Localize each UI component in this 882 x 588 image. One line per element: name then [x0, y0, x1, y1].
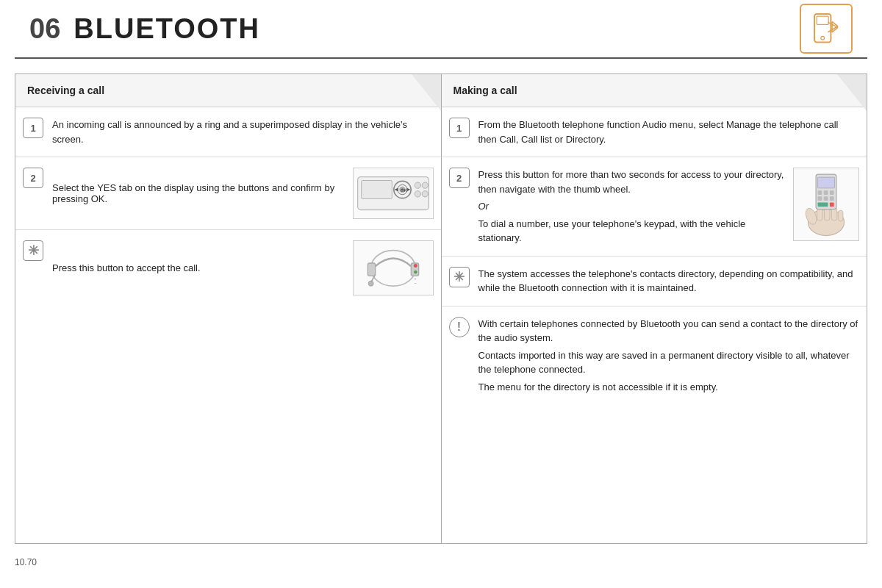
step2-right-text: Press this button for more than two seco…: [478, 168, 788, 245]
step2-left-text: Select the YES tab on the display using …: [52, 182, 347, 204]
chapter-title: BLUETOOTH: [74, 13, 260, 45]
step-star-inner: Press this button to accept the call.: [52, 240, 434, 295]
svg-rect-42: [824, 196, 828, 201]
svg-point-27: [414, 270, 417, 273]
step-badge-star: ✳: [23, 240, 43, 261]
headset-image-box: + −: [353, 240, 434, 295]
svg-point-17: [415, 182, 420, 188]
right-step-1: 1 From the Bluetooth telephone function …: [442, 107, 867, 157]
svg-rect-44: [818, 203, 828, 207]
page-header: 06 BLUETOOTH: [15, 0, 867, 59]
svg-point-21: [370, 251, 415, 287]
svg-point-20: [422, 191, 428, 197]
radio-image-box: OK: [353, 168, 434, 219]
right-step-exclaim-text: With certain telephones connected by Blu…: [478, 317, 860, 395]
svg-rect-37: [818, 177, 835, 188]
svg-rect-1: [817, 16, 828, 24]
svg-rect-35: [838, 210, 843, 221]
svg-rect-41: [818, 196, 822, 201]
right-section-header: Making a call: [442, 74, 867, 107]
page-footer: 10.70: [0, 551, 882, 573]
left-section-header: Receiving a call: [15, 74, 441, 107]
right-panel: Making a call 1 From the Bluetooth telep…: [442, 74, 867, 543]
step2-inner: Select the YES tab on the display using …: [52, 168, 434, 219]
svg-rect-45: [830, 203, 834, 207]
left-panel: Receiving a call 1 An incoming call is a…: [15, 74, 442, 543]
step-badge-1: 1: [23, 118, 43, 138]
right-step-badge-exclaim: !: [449, 317, 470, 337]
svg-rect-40: [830, 190, 834, 195]
or-divider: Or: [478, 199, 788, 214]
right-step-exclaim: ! With certain telephones connected by B…: [442, 306, 867, 405]
right-step-badge-star: ✳: [449, 267, 470, 287]
right-step-2: 2 Press this button for more than two se…: [442, 157, 867, 257]
right-step-star: ✳ The system accesses the telephone's co…: [442, 257, 867, 306]
svg-rect-39: [824, 190, 828, 195]
svg-text:OK: OK: [401, 188, 407, 193]
right-step-badge-1: 1: [449, 118, 470, 138]
svg-point-19: [415, 191, 420, 197]
phone-hand-images: [793, 168, 859, 245]
step2-text-img: Select the YES tab on the display using …: [52, 168, 347, 219]
svg-text:+: +: [414, 276, 416, 281]
main-content: Receiving a call 1 An incoming call is a…: [15, 74, 867, 544]
step2-right-inner: Press this button for more than two seco…: [478, 168, 860, 245]
phone-hand-image-box: [793, 168, 859, 241]
step-badge-2: 2: [23, 168, 43, 188]
svg-point-26: [414, 264, 417, 267]
svg-rect-9: [361, 181, 392, 199]
svg-rect-43: [830, 196, 834, 201]
header-title-wrap: 06 BLUETOOTH: [15, 13, 260, 45]
svg-point-18: [422, 182, 428, 188]
bluetooth-phone-icon: [808, 11, 844, 46]
chapter-number: 06: [15, 13, 60, 45]
page-number: 10.70: [15, 557, 37, 567]
left-step-1-text: An incoming call is announced by a ring …: [52, 118, 434, 146]
step-star-text: Press this button to accept the call.: [52, 262, 347, 273]
svg-point-25: [368, 281, 373, 286]
right-step-star-text: The system accesses the telephone's cont…: [478, 267, 860, 295]
left-step-star: ✳ Press this button to accept the call.: [15, 230, 441, 306]
left-step-2: 2 Select the YES tab on the display usin…: [15, 157, 441, 230]
svg-rect-38: [818, 190, 822, 195]
car-radio-svg: OK: [356, 171, 430, 215]
left-section-title: Receiving a call: [27, 85, 104, 96]
header-icon-box: [800, 4, 853, 54]
left-step-1: 1 An incoming call is announced by a rin…: [15, 107, 441, 157]
phone-hand-svg: [797, 171, 856, 237]
right-step-1-text: From the Bluetooth telephone function Au…: [478, 118, 860, 146]
headset-svg: + −: [356, 244, 430, 292]
svg-rect-22: [368, 263, 375, 276]
svg-point-2: [821, 36, 825, 40]
svg-text:−: −: [414, 282, 417, 286]
right-step-badge-2: 2: [449, 168, 470, 188]
right-section-title: Making a call: [453, 85, 517, 96]
